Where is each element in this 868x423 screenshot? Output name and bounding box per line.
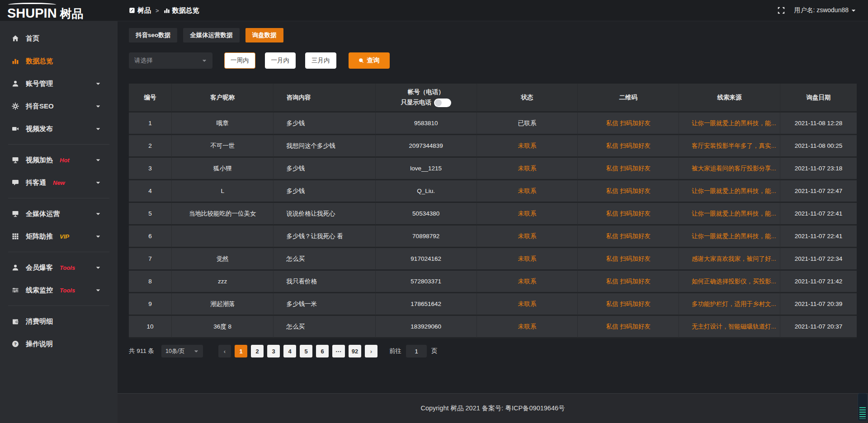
app-logo: SHUPIN 树品 [0,1,118,20]
breadcrumb: 树品 > 数据总览 [129,6,199,15]
breadcrumb-label: 树品 [137,6,151,15]
cell-id: 1 [129,113,172,135]
sidebar-item-0[interactable]: 首页 [0,27,118,50]
cell-date: 2021-11-07 22:34 [780,248,857,271]
sidebar-divider [8,306,109,306]
sidebar-item-4[interactable]: 视频发布 [0,118,118,140]
query-button[interactable]: 查询 [349,52,390,69]
source-link[interactable]: 让你一眼就爱上的黑科技，能... [692,188,776,194]
sidebar-item-2[interactable]: 账号管理 [0,72,118,95]
qrcode-link[interactable]: 私信 扫码加好友 [606,165,651,172]
account-select[interactable]: 请选择 [129,52,212,69]
page-button-5[interactable]: 5 [300,345,312,357]
sidebar-item-11[interactable]: 消费明细 [0,310,118,333]
sidebar-item-8[interactable]: 矩阵助推VIP [0,225,118,248]
search-icon [359,58,364,63]
cell-content: 多少钱 [274,113,375,135]
table-row: 6多少钱？让我死心 看70898792未联系私信 扫码加好友让你一眼就爱上的黑科… [129,226,857,248]
cell-source: 客厅安装投影半年多了，真实... [679,135,780,158]
username-label: 用户名: zswodun88 [794,6,849,14]
qrcode-link[interactable]: 私信 扫码加好友 [606,323,651,330]
source-link[interactable]: 让你一眼就爱上的黑科技，能... [692,120,776,127]
sidebar-menu: 首页数据总览账号管理抖音SEO视频发布视频加热Hot抖客通New全媒体运营矩阵助… [0,27,118,355]
total-count: 共 911 条 [129,347,154,355]
cell-content: 多少钱？让我死心 看 [274,226,375,248]
page-button-4[interactable]: 4 [283,345,296,357]
monitor-bars [859,407,866,419]
range-quarter-button[interactable]: 三月内 [305,52,336,69]
page-size-select[interactable]: 10条/页 [161,345,203,357]
tab-inquiry[interactable]: 询盘数据 [245,28,283,42]
cell-id: 7 [129,248,172,271]
phone-toggle-label: 只显示电话 [401,99,431,107]
cell-source: 让你一眼就爱上的黑科技，能... [679,226,780,248]
sidebar-item-10[interactable]: 线索监控Tools [0,279,118,301]
sidebar-item-5[interactable]: 视频加热Hot [0,149,118,171]
cell-date: 2021-11-08 12:28 [780,113,857,135]
cell-qrcode: 私信 扫码加好友 [578,158,679,180]
page-button-6[interactable]: 6 [316,345,329,357]
prev-page-button[interactable]: ‹ [218,345,231,357]
sidebar-item-7[interactable]: 全媒体运营 [0,202,118,225]
sidebar-item-3[interactable]: 抖音SEO [0,95,118,118]
qrcode-link[interactable]: 私信 扫码加好友 [606,301,651,307]
page-button-92[interactable]: 92 [349,345,361,357]
copyright-text: Copyright 树品 2021 备案号: 粤ICP备09019646号 [420,404,565,413]
page-ellipsis-button[interactable]: ··· [332,345,345,357]
sidebar-item-6[interactable]: 抖客通New [0,171,118,194]
bar-chart-icon [164,7,170,14]
sidebar-item-1[interactable]: 数据总览 [0,50,118,72]
source-link[interactable]: 被大家追着问的客厅投影分享... [692,165,776,172]
source-link[interactable]: 多功能护栏灯，适用于乡村文... [692,301,776,307]
monitor-icon [12,210,19,217]
range-week-button[interactable]: 一周内 [224,52,255,69]
mini-monitor-widget[interactable] [858,393,868,421]
cell-nickname: 潮起潮落 [172,293,274,316]
source-link[interactable]: 感谢大家喜欢我家，被问了好... [692,255,776,262]
fullscreen-icon[interactable] [778,7,785,14]
qrcode-link[interactable]: 私信 扫码加好友 [606,255,651,262]
qrcode-link[interactable]: 私信 扫码加好友 [606,278,651,285]
page-button-3[interactable]: 3 [267,345,280,357]
page-button-2[interactable]: 2 [251,345,264,357]
goto-unit: 页 [431,347,438,355]
qrcode-link[interactable]: 私信 扫码加好友 [606,120,651,127]
table-row: 5当地比较能吃的一位美女说说价格让我死心50534380未联系私信 扫码加好友让… [129,203,857,226]
source-link[interactable]: 让你一眼就爱上的黑科技，能... [692,210,776,217]
cell-content: 怎么买 [274,316,375,338]
goto-page-input[interactable] [406,345,427,357]
cell-account: 9583810 [376,113,477,135]
qrcode-link[interactable]: 私信 扫码加好友 [606,210,651,217]
cell-date: 2021-11-07 20:39 [780,293,857,316]
source-link[interactable]: 如何正确选择投影仪，买投影... [692,278,776,285]
range-month-button[interactable]: 一月内 [265,52,296,69]
table-row: 1036度 8怎么买183929060未联系私信 扫码加好友无主灯设计，智能磁吸… [129,316,857,338]
pagination: 共 911 条 10条/页 ‹ 123456···92 › 前往 页 [129,345,857,357]
phone-only-toggle[interactable] [434,99,451,107]
breadcrumb-item-current[interactable]: 数据总览 [164,6,199,15]
cell-id: 6 [129,226,172,248]
qrcode-link[interactable]: 私信 扫码加好友 [606,188,651,194]
tab-media-ops[interactable]: 全媒体运营数据 [183,28,240,42]
sidebar-item-9[interactable]: 会员爆客Tools [0,256,118,279]
source-link[interactable]: 无主灯设计，智能磁吸轨道灯... [692,323,776,330]
chevron-down-icon [202,58,207,63]
cell-content: 多少钱 [274,158,375,180]
qrcode-link[interactable]: 私信 扫码加好友 [606,142,651,149]
table-body: 1哦章多少钱9583810已联系私信 扫码加好友让你一眼就爱上的黑科技，能...… [129,113,857,338]
cell-nickname: 哦章 [172,113,274,135]
qrcode-link[interactable]: 私信 扫码加好友 [606,233,651,240]
cell-qrcode: 私信 扫码加好友 [578,226,679,248]
user-menu[interactable]: 用户名: zswodun88 [794,6,856,14]
sidebar-item-12[interactable]: ?操作说明 [0,333,118,355]
cell-nickname [172,226,274,248]
cell-nickname: 不可一世 [172,135,274,158]
next-page-button[interactable]: › [365,345,377,357]
sidebar-badge: Tools [60,287,75,294]
source-link[interactable]: 让你一眼就爱上的黑科技，能... [692,233,776,240]
source-link[interactable]: 客厅安装投影半年多了，真实... [692,142,776,149]
gear-icon [12,103,19,110]
page-button-1[interactable]: 1 [235,345,247,357]
breadcrumb-item-home[interactable]: 树品 [129,6,151,15]
tab-douyin-seo[interactable]: 抖音seo数据 [129,28,177,42]
